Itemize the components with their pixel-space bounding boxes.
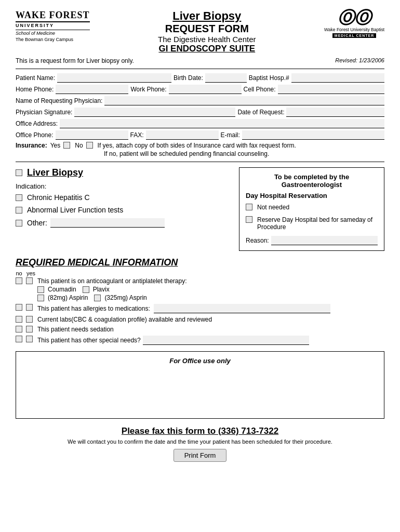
reason-input[interactable] (271, 236, 378, 245)
requesting-physician-label: Name of Requesting Physician: (16, 97, 102, 104)
abnormal-liver-item: Abnormal Liver Function tests (16, 206, 233, 214)
form-title: Liver Biopsy (90, 9, 325, 23)
other-checkbox[interactable] (16, 220, 22, 227)
row5-text: This patient has other special needs? (37, 337, 141, 344)
work-phone-input[interactable] (169, 85, 242, 94)
plavix-label: Plavix (93, 286, 110, 293)
baptist-hosp-input[interactable] (291, 73, 384, 83)
liver-biopsy-label: Liver Biopsy (27, 167, 83, 178)
row3-checkboxes (16, 316, 34, 323)
office-phone-input[interactable] (56, 130, 128, 140)
email-label: E-mail: (221, 131, 240, 139)
not-needed-row: Not needed (246, 204, 378, 211)
reserve-checkbox[interactable] (246, 216, 252, 223)
insurance-label: Insurance: (16, 142, 47, 149)
other-label: Other: (27, 219, 47, 227)
birth-date-input[interactable] (205, 73, 247, 83)
row5-yes-checkbox[interactable] (26, 336, 33, 342)
row4-no-checkbox[interactable] (16, 326, 22, 332)
row1-text: This patient is on anticoagulant or anti… (37, 277, 187, 285)
wfu-subtitle: UNIVERSITY (16, 23, 90, 30)
header-center: Liver Biopsy REQUEST FORM The Digestive … (90, 9, 325, 54)
row5-checkboxes (16, 336, 34, 342)
row5-content: This patient has other special needs? (37, 336, 384, 345)
row2-no-checkbox[interactable] (16, 304, 22, 311)
other-input[interactable] (50, 218, 165, 228)
row1-yes-checkbox[interactable] (26, 277, 33, 284)
row5-no-checkbox[interactable] (16, 336, 22, 342)
insurance-no-checkbox[interactable] (86, 142, 93, 149)
patient-name-label: Patient Name: (16, 74, 55, 82)
row4-text: This patient needs sedation (37, 326, 114, 333)
wfu-campus: The Bowman Gray Campus (16, 37, 90, 43)
insurance-row: Insurance: Yes No If yes, attach copy of… (16, 142, 384, 149)
coumadin-label: Coumadin (48, 286, 76, 293)
chronic-hep-checkbox[interactable] (16, 194, 22, 201)
med-row-3: Current labs(CBC & coagulation profile) … (16, 316, 384, 323)
row4-yes-checkbox[interactable] (26, 326, 33, 332)
requesting-physician-input[interactable] (104, 96, 384, 105)
fax-input[interactable] (146, 130, 219, 140)
med-row-4: This patient needs sedation (16, 326, 384, 333)
aspirin325-checkbox[interactable] (94, 295, 101, 301)
no-yes-header: no yes (16, 270, 384, 276)
not-needed-checkbox[interactable] (246, 204, 252, 210)
aspirin82-label: (82mg) Aspirin (48, 294, 88, 301)
yes-header: yes (26, 270, 33, 276)
insurance-yes-checkbox[interactable] (63, 142, 70, 149)
wfub-icon: ⓄⓄ (338, 9, 371, 26)
special-needs-input[interactable] (143, 336, 309, 345)
aspirin82-checkbox[interactable] (37, 295, 44, 301)
row1-content: This patient is on anticoagulant or anti… (37, 277, 384, 301)
indication-label: Indication: (16, 182, 233, 190)
row3-content: Current labs(CBC & coagulation profile) … (37, 316, 384, 323)
insurance-note2: If no, patient will be scheduled pending… (104, 150, 384, 157)
abnormal-liver-checkbox[interactable] (16, 207, 22, 214)
work-phone-label: Work Phone: (130, 86, 166, 93)
row2-content: This patient has allergies to medication… (37, 304, 384, 313)
main-content: Liver Biopsy Indication: Chronic Hepatit… (16, 167, 384, 251)
reason-row: Reason: (246, 236, 378, 245)
row3-text: Current labs(CBC & coagulation profile) … (37, 316, 212, 323)
fax-subtitle: We will contact you to confirm the date … (16, 438, 384, 445)
print-form-button[interactable]: Print Form (174, 449, 227, 462)
med-row-1: This patient is on anticoagulant or anti… (16, 277, 384, 301)
med-row-5: This patient has other special needs? (16, 336, 384, 345)
row4-content: This patient needs sedation (37, 326, 384, 333)
day-hosp-label: Day Hospital Reservation (246, 192, 378, 200)
footer: Please fax this form to (336) 713-7322 W… (16, 426, 384, 462)
chronic-hep-label: Chronic Hepatitis C (27, 193, 90, 202)
allergies-input[interactable] (154, 304, 330, 313)
phone-row: Home Phone: Work Phone: Cell Phone: (16, 85, 384, 94)
form-subtitle-text: This is a request form for Liver biopsy … (16, 57, 134, 64)
row4-checkboxes (16, 326, 34, 332)
date-of-request-input[interactable] (286, 108, 384, 117)
patient-name-input[interactable] (57, 73, 171, 83)
gastro-box: To be completed by the Gastroenterologis… (239, 167, 384, 251)
aspirin325-label: (325mg) Asprin (104, 294, 146, 301)
liver-biopsy-checkbox[interactable] (16, 169, 22, 176)
row1-no-checkbox[interactable] (16, 277, 22, 284)
office-address-input[interactable] (60, 119, 384, 128)
home-phone-input[interactable] (56, 85, 128, 94)
office-phone-label: Office Phone: (16, 131, 54, 139)
office-address-label: Office Address: (16, 120, 58, 127)
row3-yes-checkbox[interactable] (26, 316, 33, 323)
requesting-physician-row: Name of Requesting Physician: (16, 96, 384, 105)
plavix-checkbox[interactable] (83, 286, 89, 293)
row2-checkboxes (16, 304, 34, 311)
home-phone-label: Home Phone: (16, 86, 54, 93)
left-section: Liver Biopsy Indication: Chronic Hepatit… (16, 167, 233, 251)
coumadin-checkbox[interactable] (37, 286, 44, 293)
fax-label: FAX: (130, 131, 144, 139)
chronic-hep-item: Chronic Hepatitis C (16, 193, 233, 202)
insurance-no-label: No (75, 142, 83, 149)
row3-no-checkbox[interactable] (16, 316, 22, 323)
wfub-name: Wake Forest University Baptist (324, 27, 384, 32)
row2-yes-checkbox[interactable] (26, 304, 33, 311)
email-input[interactable] (242, 130, 384, 140)
cell-phone-input[interactable] (278, 85, 384, 94)
physician-signature-input[interactable] (74, 108, 235, 117)
baptist-hosp-label: Baptist Hosp.# (249, 74, 289, 82)
office-use-box: For Office use only (16, 351, 384, 419)
